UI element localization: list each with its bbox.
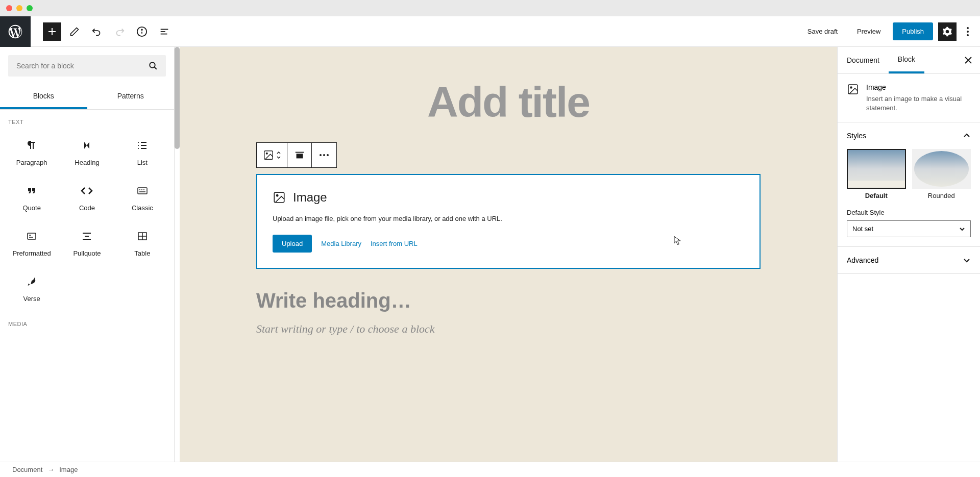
svg-rect-24: [28, 233, 36, 239]
style-option-rounded[interactable]: Rounded: [912, 149, 971, 199]
window-titlebar: [0, 0, 980, 16]
block-type-button[interactable]: [257, 143, 287, 167]
svg-point-39: [327, 154, 329, 156]
insert-from-url-button[interactable]: Insert from URL: [371, 240, 418, 247]
edit-mode-button[interactable]: [65, 22, 84, 41]
heading-icon: [81, 139, 93, 152]
image-block-title: Image: [293, 190, 327, 205]
quote-icon: [26, 185, 38, 197]
tab-patterns[interactable]: Patterns: [87, 85, 175, 109]
chevron-down-icon: [963, 256, 971, 264]
add-block-button[interactable]: [43, 22, 61, 41]
upload-button[interactable]: Upload: [273, 235, 312, 253]
block-search-box[interactable]: [8, 55, 166, 77]
block-paragraph[interactable]: Paragraph: [4, 130, 59, 175]
block-quote[interactable]: Quote: [4, 175, 59, 221]
svg-point-4: [141, 29, 142, 30]
svg-line-12: [154, 67, 157, 69]
default-style-label: Default Style: [847, 209, 971, 216]
wordpress-logo-button[interactable]: [0, 16, 31, 47]
svg-point-45: [850, 87, 852, 88]
settings-button[interactable]: [938, 22, 957, 41]
block-align-button[interactable]: [287, 143, 312, 167]
post-title-input[interactable]: Add title: [180, 78, 837, 127]
preview-button[interactable]: Preview: [850, 23, 888, 39]
block-heading[interactable]: Heading: [59, 130, 114, 175]
scrollbar[interactable]: [175, 47, 180, 149]
more-options-button[interactable]: [962, 22, 974, 41]
block-more-button[interactable]: [312, 143, 336, 167]
breadcrumb-current[interactable]: Image: [59, 466, 78, 473]
settings-sidebar: Document Block Image Insert an image to …: [837, 47, 980, 477]
heading-block-placeholder[interactable]: Write heading…: [256, 289, 761, 312]
minimize-window-button[interactable]: [16, 5, 22, 11]
pullquote-icon: [81, 230, 93, 242]
close-window-button[interactable]: [6, 5, 12, 11]
search-icon: [149, 61, 158, 70]
svg-point-41: [277, 195, 278, 196]
svg-point-38: [323, 154, 325, 156]
paragraph-icon: [26, 139, 38, 152]
svg-point-8: [967, 27, 969, 29]
block-table[interactable]: Table: [115, 221, 170, 266]
block-pullquote[interactable]: Pullquote: [59, 221, 114, 266]
block-inserter-panel: Blocks Patterns TEXT Paragraph Heading L…: [0, 47, 175, 477]
media-library-button[interactable]: Media Library: [321, 240, 361, 247]
block-list[interactable]: List: [115, 130, 170, 175]
image-block-placeholder: Image Upload an image file, pick one fro…: [256, 174, 761, 269]
breadcrumb: Document → Image: [0, 462, 980, 477]
close-sidebar-button[interactable]: [957, 48, 980, 72]
paragraph-block-placeholder[interactable]: Start writing or type / to choose a bloc…: [256, 322, 761, 336]
table-icon: [136, 230, 149, 242]
block-verse[interactable]: Verse: [4, 266, 59, 312]
advanced-panel-header[interactable]: Advanced: [838, 247, 980, 273]
list-icon: [136, 139, 149, 152]
preformatted-icon: [26, 230, 38, 242]
outline-button[interactable]: [155, 22, 174, 41]
default-style-select[interactable]: Not set: [847, 220, 971, 237]
redo-button[interactable]: [110, 22, 129, 41]
svg-point-37: [320, 154, 322, 156]
verse-icon: [26, 275, 38, 288]
block-toolbar: [256, 142, 337, 168]
block-info-title: Image: [866, 83, 971, 91]
styles-panel-header[interactable]: Styles: [838, 122, 980, 149]
publish-button[interactable]: Publish: [893, 22, 933, 40]
editor-top-toolbar: Save draft Preview Publish: [0, 16, 980, 47]
category-media-label: MEDIA: [0, 312, 174, 332]
category-text-label: TEXT: [0, 110, 174, 130]
editor-canvas[interactable]: Add title Image Upload an: [175, 47, 837, 477]
image-block-description: Upload an image file, pick one from your…: [273, 215, 744, 222]
maximize-window-button[interactable]: [27, 5, 33, 11]
tab-block[interactable]: Block: [889, 47, 924, 73]
svg-point-10: [967, 34, 969, 36]
image-icon: [273, 191, 286, 204]
breadcrumb-separator: →: [47, 466, 54, 473]
block-info-description: Insert an image to make a visual stateme…: [866, 94, 971, 113]
tab-document[interactable]: Document: [838, 48, 889, 72]
tab-blocks[interactable]: Blocks: [0, 85, 87, 109]
svg-point-11: [150, 62, 155, 68]
chevron-down-icon: [959, 226, 965, 232]
image-icon: [847, 83, 859, 95]
breadcrumb-document[interactable]: Document: [12, 466, 42, 473]
svg-rect-36: [297, 154, 302, 158]
block-search-input[interactable]: [16, 62, 149, 70]
block-preformatted[interactable]: Preformatted: [4, 221, 59, 266]
style-option-default[interactable]: Default: [847, 149, 906, 199]
svg-point-34: [266, 153, 267, 154]
code-icon: [81, 185, 93, 197]
svg-rect-19: [138, 188, 147, 194]
info-button[interactable]: [133, 22, 151, 41]
svg-point-9: [967, 31, 969, 33]
block-code[interactable]: Code: [59, 175, 114, 221]
save-draft-button[interactable]: Save draft: [800, 23, 845, 39]
undo-button[interactable]: [88, 22, 106, 41]
block-classic[interactable]: Classic: [115, 175, 170, 221]
classic-icon: [136, 185, 149, 197]
chevron-up-icon: [963, 132, 971, 140]
